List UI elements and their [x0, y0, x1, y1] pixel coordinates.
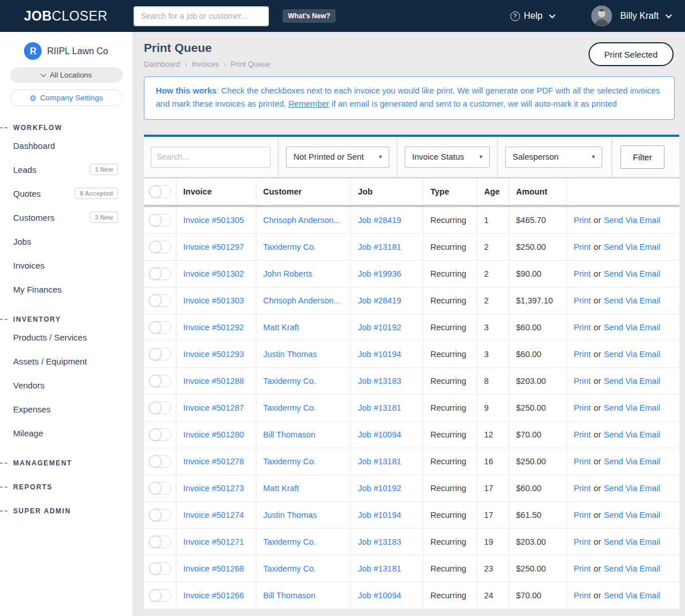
- invoice-link[interactable]: Invoice #501292: [183, 323, 244, 332]
- sidebar-item[interactable]: Leads 1 New: [0, 157, 132, 181]
- customer-link[interactable]: John Roberts: [263, 269, 312, 278]
- print-selected-button[interactable]: Print Selected: [589, 42, 674, 66]
- send-via-email-link[interactable]: Send Via Email: [604, 591, 660, 600]
- print-link[interactable]: Print: [574, 537, 591, 546]
- print-link[interactable]: Print: [574, 457, 591, 466]
- filter-button[interactable]: Filter: [620, 145, 664, 169]
- job-link[interactable]: Job #13181: [358, 564, 401, 573]
- customer-link[interactable]: Taxidermy Co.: [263, 564, 316, 573]
- row-select-toggle[interactable]: [149, 589, 171, 602]
- print-link[interactable]: Print: [574, 403, 591, 412]
- print-link[interactable]: Print: [574, 484, 591, 493]
- invoice-link[interactable]: Invoice #501303: [183, 296, 244, 305]
- send-via-email-link[interactable]: Send Via Email: [604, 269, 660, 278]
- send-via-email-link[interactable]: Send Via Email: [604, 242, 660, 252]
- row-select-toggle[interactable]: [149, 536, 171, 548]
- sidebar-item[interactable]: Mileage: [0, 421, 132, 445]
- invoice-link[interactable]: Invoice #501266: [183, 591, 244, 600]
- customer-link[interactable]: Matt Kraft: [263, 323, 299, 332]
- print-link[interactable]: Print: [574, 350, 591, 359]
- invoice-link[interactable]: Invoice #501274: [183, 510, 244, 520]
- print-link[interactable]: Print: [574, 564, 591, 573]
- row-select-toggle[interactable]: [149, 402, 171, 414]
- select-all-toggle[interactable]: [149, 185, 171, 198]
- send-via-email-link[interactable]: Send Via Email: [604, 350, 660, 359]
- invoice-link[interactable]: Invoice #501302: [183, 269, 244, 278]
- print-link[interactable]: Print: [574, 376, 591, 386]
- send-via-email-link[interactable]: Send Via Email: [604, 564, 660, 573]
- sidebar-item[interactable]: Expenses: [0, 397, 132, 421]
- print-link[interactable]: Print: [574, 591, 591, 600]
- sidebar-item[interactable]: Assets / Equipment: [0, 349, 132, 373]
- row-select-toggle[interactable]: [149, 562, 171, 575]
- job-link[interactable]: Job #28419: [358, 216, 401, 225]
- customer-link[interactable]: Taxidermy Co.: [263, 537, 316, 546]
- invoice-status-select[interactable]: Invoice Status▼: [405, 147, 490, 168]
- send-via-email-link[interactable]: Send Via Email: [604, 403, 660, 412]
- whats-new-button[interactable]: What's New?: [283, 9, 335, 23]
- send-via-email-link[interactable]: Send Via Email: [604, 376, 660, 386]
- print-link[interactable]: Print: [574, 296, 591, 305]
- row-select-toggle[interactable]: [149, 294, 171, 307]
- send-via-email-link[interactable]: Send Via Email: [604, 484, 660, 493]
- breadcrumb-item[interactable]: Invoices›: [192, 60, 231, 68]
- customer-link[interactable]: Taxidermy Co.: [263, 457, 316, 466]
- send-via-email-link[interactable]: Send Via Email: [604, 216, 660, 225]
- send-via-email-link[interactable]: Send Via Email: [604, 510, 660, 520]
- job-link[interactable]: Job #10194: [358, 510, 401, 520]
- job-link[interactable]: Job #10194: [358, 350, 401, 359]
- all-locations-dropdown[interactable]: All Locations: [10, 67, 123, 83]
- app-logo[interactable]: JOBCLOSER: [24, 9, 107, 24]
- send-via-email-link[interactable]: Send Via Email: [604, 296, 660, 305]
- print-link[interactable]: Print: [574, 269, 591, 278]
- job-link[interactable]: Job #10192: [358, 323, 401, 332]
- customer-link[interactable]: Taxidermy Co.: [263, 242, 316, 252]
- invoice-link[interactable]: Invoice #501297: [183, 242, 244, 252]
- send-via-email-link[interactable]: Send Via Email: [604, 430, 660, 439]
- invoice-link[interactable]: Invoice #501268: [183, 564, 244, 573]
- section-header[interactable]: REPORTS: [0, 481, 132, 493]
- row-select-toggle[interactable]: [149, 509, 171, 521]
- breadcrumb-item[interactable]: Dashboard›: [144, 60, 192, 68]
- company-settings-button[interactable]: ⚙ Company Settings: [10, 90, 123, 106]
- print-link[interactable]: Print: [574, 510, 591, 520]
- customer-link[interactable]: Bill Thomason: [263, 591, 316, 600]
- customer-link[interactable]: Matt Kraft: [263, 484, 299, 493]
- job-link[interactable]: Job #10094: [358, 430, 401, 439]
- sidebar-item[interactable]: Jobs: [0, 229, 132, 253]
- print-link[interactable]: Print: [574, 430, 591, 439]
- send-via-email-link[interactable]: Send Via Email: [604, 323, 660, 332]
- row-select-toggle[interactable]: [149, 455, 171, 468]
- user-name[interactable]: Billy Kraft: [620, 11, 659, 21]
- customer-link[interactable]: Taxidermy Co.: [263, 376, 316, 386]
- chevron-down-icon[interactable]: [666, 12, 672, 18]
- row-select-toggle[interactable]: [149, 375, 171, 387]
- row-select-toggle[interactable]: [149, 428, 171, 441]
- sidebar-item[interactable]: Quotes 8 Accepted: [0, 181, 132, 205]
- job-link[interactable]: Job #13181: [358, 242, 401, 252]
- send-via-email-link[interactable]: Send Via Email: [604, 537, 660, 546]
- row-select-toggle[interactable]: [149, 482, 171, 495]
- invoice-link[interactable]: Invoice #501305: [183, 216, 244, 225]
- row-select-toggle[interactable]: [149, 321, 171, 334]
- job-link[interactable]: Job #13181: [358, 403, 401, 412]
- invoice-link[interactable]: Invoice #501271: [183, 537, 244, 546]
- customer-link[interactable]: Justin Thomas: [263, 350, 317, 359]
- job-link[interactable]: Job #19936: [358, 269, 401, 278]
- job-link[interactable]: Job #13183: [358, 537, 401, 546]
- print-link[interactable]: Print: [574, 216, 591, 225]
- invoice-link[interactable]: Invoice #501273: [183, 484, 244, 493]
- global-search-input[interactable]: [134, 6, 269, 26]
- send-via-email-link[interactable]: Send Via Email: [604, 457, 660, 466]
- print-link[interactable]: Print: [574, 242, 591, 252]
- sidebar-item[interactable]: Dashboard: [0, 133, 132, 157]
- sidebar-item[interactable]: Vendors: [0, 373, 132, 397]
- row-select-toggle[interactable]: [149, 241, 171, 253]
- invoice-link[interactable]: Invoice #501287: [183, 403, 244, 412]
- sidebar-item[interactable]: Invoices: [0, 253, 132, 277]
- job-link[interactable]: Job #10094: [358, 591, 401, 600]
- table-search-input[interactable]: [151, 147, 271, 168]
- job-link[interactable]: Job #13181: [358, 457, 401, 466]
- job-link[interactable]: Job #13183: [358, 376, 401, 386]
- customer-link[interactable]: Taxidermy Co.: [263, 403, 316, 412]
